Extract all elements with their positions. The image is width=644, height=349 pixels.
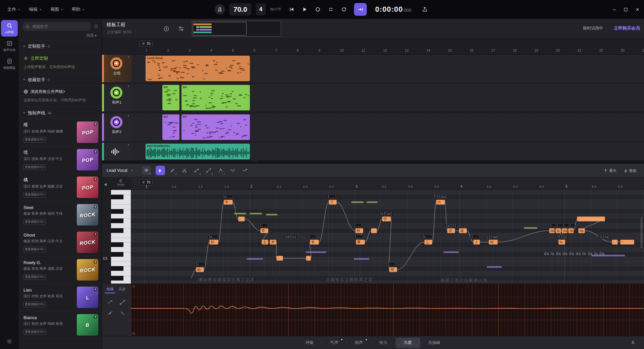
note[interactable]: 人 bbox=[473, 240, 480, 245]
note[interactable]: - bbox=[238, 216, 245, 221]
param-line-tool[interactable] bbox=[118, 299, 127, 306]
note[interactable]: - bbox=[371, 228, 377, 233]
phoneme-label[interactable]: [sh][u] bbox=[283, 235, 298, 239]
note[interactable]: da bbox=[562, 228, 568, 233]
collapse-params-icon[interactable] bbox=[631, 340, 635, 344]
nav-item-templates[interactable]: 歌曲模版 bbox=[1, 56, 18, 72]
note[interactable]: 帝 bbox=[260, 228, 268, 233]
phoneme-label[interactable]: [x... bbox=[222, 195, 233, 199]
menu-item-2[interactable]: 视图▼ bbox=[50, 6, 63, 12]
param-tab-4[interactable]: 力度 bbox=[396, 338, 420, 348]
pin-icon[interactable] bbox=[94, 315, 97, 319]
piano-key-black[interactable] bbox=[111, 209, 123, 214]
singer-card[interactable]: Lien 流行 抒情 女声 欧美 英语 查看授权许可> L bbox=[19, 284, 102, 311]
note[interactable]: 纱 bbox=[355, 228, 363, 233]
note[interactable]: 间 bbox=[489, 240, 498, 245]
piano-key-black[interactable] bbox=[111, 218, 123, 223]
license-link[interactable]: 查看授权许可> bbox=[23, 192, 46, 198]
note[interactable]: - bbox=[276, 256, 283, 261]
note[interactable]: 仪 bbox=[447, 228, 455, 233]
phoneme-label[interactable]: [... bbox=[307, 235, 316, 239]
license-link[interactable]: 查看授权许可> bbox=[23, 329, 46, 335]
phoneme-label[interactable]: [... bbox=[470, 235, 479, 239]
track-header-0[interactable]: 主唱 bbox=[102, 55, 131, 82]
pencil-tool[interactable] bbox=[168, 166, 177, 175]
note[interactable]: ~ bbox=[620, 240, 634, 245]
settings-gear-icon[interactable] bbox=[0, 338, 19, 344]
note[interactable]: 了 bbox=[329, 200, 337, 205]
clip-bv[interactable]: BV bbox=[181, 114, 250, 140]
license-link[interactable]: 查看授权许可> bbox=[23, 164, 46, 170]
singer-card[interactable]: Rowly G. 摇滚 厚实 男声 成熟 汉语 查看授权许可> ROCK bbox=[19, 256, 102, 284]
close-button[interactable]: ✕ bbox=[636, 7, 639, 12]
minimize-button[interactable]: ─ bbox=[613, 7, 616, 12]
line-tool[interactable] bbox=[192, 166, 201, 175]
pin-icon[interactable] bbox=[94, 233, 97, 236]
nav-item-voice[interactable]: AI声线 bbox=[1, 20, 18, 37]
pin-icon[interactable] bbox=[127, 56, 130, 59]
share-export-button[interactable] bbox=[421, 5, 429, 14]
phoneme-label[interactable]: [i][a] bbox=[598, 235, 611, 239]
customize-now-button[interactable]: 立即定制 bbox=[23, 55, 97, 61]
param-mode-tab[interactable]: 实参 bbox=[117, 286, 127, 293]
note[interactable]: - bbox=[612, 240, 618, 245]
play-button[interactable] bbox=[300, 5, 309, 14]
maximize-editor-button[interactable]: 最大 bbox=[604, 168, 616, 173]
phoneme-label[interactable]: [... bbox=[354, 235, 362, 239]
phoneme-label[interactable]: [y][i] bbox=[445, 223, 457, 228]
param-tab-3[interactable]: 张力 bbox=[371, 338, 395, 348]
track-avatar[interactable] bbox=[110, 116, 122, 128]
parameter-curve-area[interactable]: 2x 0x bbox=[131, 284, 644, 336]
note[interactable]: 六 bbox=[436, 200, 445, 205]
editor-clip-name[interactable]: Lead Vocal bbox=[107, 168, 127, 173]
note[interactable]: 学 bbox=[382, 216, 391, 221]
pin-icon[interactable] bbox=[94, 288, 97, 291]
pin-icon[interactable] bbox=[127, 85, 130, 88]
pin-icon[interactable] bbox=[94, 205, 97, 209]
track-header-1[interactable]: 和声1 bbox=[102, 84, 131, 111]
license-link[interactable]: 查看授权许可> bbox=[23, 247, 46, 252]
buy-membership-link[interactable]: 立即购买会员 bbox=[614, 25, 640, 31]
curve-tool[interactable] bbox=[204, 166, 213, 175]
timeline-ruler[interactable]: 4/70 12345678910111213141516171819202122… bbox=[102, 39, 644, 55]
note-grid[interactable]: 如你学-帝之术-有了纱尊-学驾三六仪迹人间daladadadala--~[x..… bbox=[102, 178, 644, 284]
filter-button[interactable]: 筛选▸ bbox=[19, 32, 102, 40]
piano-key-black[interactable] bbox=[111, 276, 123, 281]
phoneme-label[interactable]: [l][a] bbox=[556, 235, 569, 239]
clip-bv[interactable]: BV bbox=[162, 114, 179, 140]
pin-icon[interactable] bbox=[94, 260, 97, 264]
time-signature-display[interactable]: 4 bbox=[256, 3, 266, 15]
phoneme-label[interactable]: [n... bbox=[208, 235, 218, 239]
license-link[interactable]: 查看授权许可> bbox=[23, 302, 46, 307]
piano-keys[interactable] bbox=[111, 190, 131, 284]
param-tab-1[interactable]: 气声 bbox=[322, 338, 346, 348]
anchor-curve-tool[interactable] bbox=[216, 166, 225, 175]
section-preset-voices[interactable]: ▼ 预制声线 46 bbox=[19, 107, 102, 119]
piano-key-black[interactable] bbox=[111, 195, 123, 199]
piano-key-black[interactable] bbox=[111, 252, 123, 257]
param-eraser-tool[interactable] bbox=[118, 309, 127, 317]
section-custom-singers[interactable]: ▼ 定制歌手 0 bbox=[19, 40, 102, 52]
note[interactable]: 三 bbox=[424, 240, 432, 245]
piano-key-black[interactable] bbox=[111, 266, 123, 271]
track-header-3[interactable] bbox=[102, 143, 131, 160]
follow-playhead-button[interactable] bbox=[354, 3, 367, 16]
phoneme-label[interactable]: [.. bbox=[568, 223, 575, 228]
track-avatar[interactable] bbox=[110, 87, 122, 99]
clip-bv[interactable]: BV bbox=[181, 85, 250, 110]
note[interactable]: 驾 bbox=[389, 267, 397, 272]
arrange-resize-handle[interactable]: ⋯ bbox=[102, 160, 644, 163]
clip-instrumental[interactable]: INSTRUMENTAL bbox=[146, 144, 250, 159]
note[interactable]: 如 bbox=[196, 267, 204, 272]
phoneme-label[interactable]: [l][iou] bbox=[432, 195, 448, 199]
phoneme-label[interactable]: [x][ve] bbox=[379, 212, 393, 216]
note[interactable]: la bbox=[558, 240, 565, 245]
scissors-tool[interactable] bbox=[180, 166, 189, 175]
singer-card[interactable]: Bianca 流行 热烈 女声 R&B 欧美 查看授权许可> B bbox=[19, 311, 102, 339]
license-link[interactable]: 查看授权许可> bbox=[23, 274, 46, 280]
tempo-display[interactable]: 70.0 bbox=[229, 3, 251, 15]
param-tab-2[interactable]: 假声 bbox=[347, 338, 371, 348]
collapse-editor-button[interactable]: 收起 bbox=[624, 168, 637, 173]
browse-public-voices-link[interactable]: 浏览所有公开声线> bbox=[23, 89, 97, 95]
note[interactable]: 术 bbox=[270, 240, 276, 245]
